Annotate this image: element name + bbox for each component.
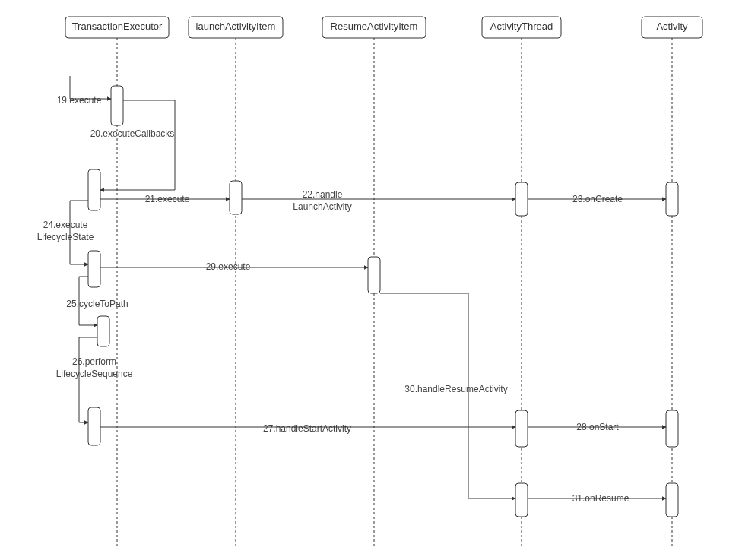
participant-label: Activity: [656, 21, 688, 32]
participant-label: ActivityThread: [490, 21, 553, 32]
activation: [666, 410, 678, 447]
activation: [88, 169, 100, 210]
activation: [97, 316, 109, 346]
msg-22a: 22.handle: [303, 189, 343, 200]
msg-20: 20.executeCallbacks: [90, 128, 175, 139]
msg-27: 27.handleStartActivity: [263, 423, 351, 434]
msg-30: 30.handleResumeActivity: [404, 384, 507, 394]
msg-26b: LifecycleSequence: [56, 369, 133, 379]
activation: [515, 182, 528, 216]
arrow-30: [380, 293, 515, 498]
participant-LAI: launchActivityItem: [189, 17, 283, 547]
activation: [368, 257, 380, 293]
msg-22b: LaunchActivity: [293, 201, 351, 212]
sequence-diagram: TransactionExecutor launchActivityItem R…: [0, 0, 742, 560]
participant-label: TransactionExecutor: [72, 21, 163, 32]
activation: [111, 86, 123, 125]
activation: [88, 251, 100, 287]
participant-AT: ActivityThread: [482, 17, 561, 547]
activation: [88, 407, 100, 445]
msg-24a: 24.execute: [43, 220, 88, 230]
activation: [515, 410, 528, 447]
participant-label: launchActivityItem: [196, 21, 276, 32]
activation: [515, 483, 528, 517]
activation: [666, 483, 678, 517]
msg-25: 25.cycleToPath: [66, 299, 128, 309]
participant-AC: Activity: [642, 17, 702, 547]
msg-19: 19.execute: [57, 95, 102, 106]
msg-29: 29.execute: [206, 261, 251, 272]
participant-label: ResumeActivityItem: [331, 21, 418, 32]
activation: [666, 182, 678, 216]
msg-24b: LifecycleState: [37, 232, 94, 242]
activation: [230, 181, 242, 214]
